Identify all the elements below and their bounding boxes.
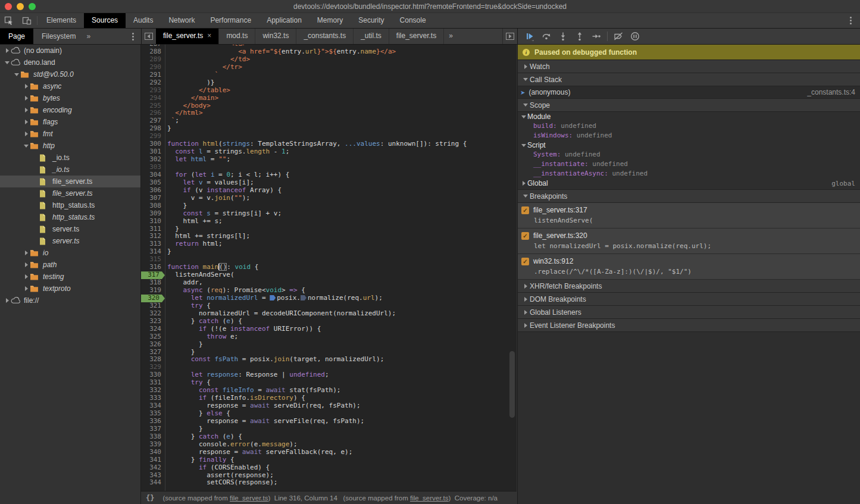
breakpoint-line-number[interactable]: 320 (141, 295, 165, 302)
chevron-down-icon[interactable] (23, 145, 30, 148)
step-into-icon[interactable] (555, 29, 571, 43)
chevron-right-icon[interactable] (4, 48, 11, 53)
tree-item[interactable]: textproto (0, 283, 140, 295)
tab-network[interactable]: Network (161, 13, 202, 28)
breakpoint-entry[interactable]: ✓file_server.ts:317listenAndServe( (518, 203, 860, 228)
navigator-tab-page[interactable]: Page (0, 29, 33, 44)
editor-tab[interactable]: _util.ts (354, 29, 389, 44)
tab-console[interactable]: Console (392, 13, 434, 28)
chevron-down-icon[interactable] (4, 61, 11, 64)
tree-item[interactable]: fmt (0, 128, 140, 140)
chevron-right-icon[interactable] (23, 251, 30, 255)
section-call-stack[interactable]: Call Stack (518, 73, 860, 86)
tree-item[interactable]: encoding (0, 104, 140, 116)
code-line[interactable]: 296 </html> (141, 109, 517, 117)
section-scope[interactable]: Scope (518, 99, 860, 112)
frame-location-link[interactable]: _constants.ts:4 (807, 88, 855, 96)
tree-item[interactable]: server.ts (0, 235, 140, 247)
resume-icon[interactable] (521, 29, 538, 43)
tree-item[interactable]: async (0, 80, 140, 92)
inspect-element-icon[interactable] (0, 13, 18, 28)
line-number[interactable]: 339 (141, 441, 165, 449)
tree-item[interactable]: _io.ts (0, 164, 140, 176)
tree-item[interactable]: file_server.ts (0, 187, 140, 199)
line-number[interactable]: 326 (141, 341, 165, 349)
breakpoint-entry[interactable]: ✓file_server.ts:320let normalizedUrl = p… (518, 228, 860, 254)
line-number[interactable]: 340 (141, 449, 165, 456)
code-line[interactable]: 310 html += s; (141, 218, 517, 226)
editor-tab[interactable]: _constants.ts (296, 29, 354, 44)
line-number[interactable]: 293 (141, 87, 165, 95)
code-editor[interactable]: 287 <td>288 <a href="${entry.url}">${ent… (141, 45, 517, 491)
line-number[interactable]: 304 (141, 171, 165, 179)
line-number[interactable]: 294 (141, 95, 165, 102)
line-number[interactable]: 288 (141, 48, 165, 56)
line-number[interactable]: 324 (141, 325, 165, 333)
editor-tab[interactable]: file_server.ts× (156, 29, 219, 44)
pause-on-exceptions-icon[interactable] (627, 29, 643, 43)
code-line[interactable]: 298} (141, 125, 517, 133)
tab-performance[interactable]: Performance (202, 13, 259, 28)
tree-item[interactable]: path (0, 259, 140, 271)
navigator-overflow-chevron[interactable]: » (84, 29, 93, 44)
step-out-icon[interactable] (571, 29, 588, 43)
line-number[interactable]: 309 (141, 210, 165, 218)
tree-item[interactable]: testing (0, 271, 140, 283)
tree-item[interactable]: http_status.ts (0, 199, 140, 211)
tab-audits[interactable]: Audits (126, 13, 161, 28)
code-line[interactable]: 307 v = v.join(""); (141, 195, 517, 202)
tab-elements[interactable]: Elements (39, 13, 84, 28)
tree-item[interactable]: file:// (0, 295, 140, 306)
chevron-right-icon[interactable] (23, 286, 30, 291)
navigator-menu-kebab-icon[interactable] (126, 29, 139, 44)
device-toolbar-icon[interactable] (18, 13, 36, 28)
tree-item[interactable]: deno.land (0, 57, 140, 68)
editor-tab[interactable]: win32.ts (255, 29, 296, 44)
line-number[interactable]: 292 (141, 79, 165, 87)
line-number[interactable]: 319 (141, 287, 165, 295)
tree-item[interactable]: http (0, 140, 140, 152)
line-number[interactable]: 322 (141, 310, 165, 318)
line-number[interactable]: 307 (141, 195, 165, 202)
line-number[interactable]: 344 (141, 479, 165, 487)
scope-property[interactable]: __instantiate: undefined (518, 159, 860, 169)
inline-breakpoint-marker[interactable] (301, 295, 307, 300)
editor-tab[interactable]: file_server.ts (389, 29, 444, 44)
tree-item[interactable]: std@v0.50.0 (0, 68, 140, 80)
code-line[interactable]: 302 let html = ""; (141, 156, 517, 164)
call-stack-frame[interactable]: ➤(anonymous)_constants.ts:4 (518, 86, 860, 99)
line-number[interactable]: 316 (141, 264, 165, 271)
breakpoint-checkbox[interactable]: ✓ (521, 258, 529, 265)
tree-item[interactable]: http_status.ts (0, 211, 140, 223)
line-number[interactable]: 341 (141, 456, 165, 464)
line-number[interactable]: 338 (141, 433, 165, 441)
line-number[interactable]: 337 (141, 425, 165, 433)
code-line[interactable]: 313 return html; (141, 240, 517, 248)
hide-navigator-icon[interactable] (142, 29, 156, 44)
tab-sources[interactable]: Sources (84, 13, 126, 28)
line-number[interactable]: 321 (141, 302, 165, 310)
line-number[interactable]: 289 (141, 56, 165, 64)
section-global-listeners[interactable]: Global Listeners (518, 306, 860, 319)
breakpoint-checkbox[interactable]: ✓ (521, 206, 529, 214)
line-number[interactable]: 291 (141, 71, 165, 79)
code-line[interactable]: 344 setCORS(response); (141, 479, 517, 487)
chevron-right-icon[interactable] (23, 274, 30, 279)
line-number[interactable]: 342 (141, 464, 165, 472)
breakpoint-checkbox[interactable]: ✓ (521, 232, 529, 240)
code-line[interactable]: 297 `; (141, 117, 517, 125)
chevron-right-icon[interactable] (4, 298, 11, 303)
line-number[interactable]: 325 (141, 333, 165, 341)
tree-item[interactable]: flags (0, 116, 140, 128)
tree-item[interactable]: (no domain) (0, 45, 140, 57)
tree-item[interactable]: io (0, 247, 140, 259)
editor-tabs-overflow-chevron[interactable]: » (444, 29, 458, 44)
line-number[interactable]: 310 (141, 218, 165, 226)
chevron-right-icon[interactable] (23, 108, 30, 112)
tree-item[interactable]: server.ts (0, 223, 140, 235)
line-number[interactable]: 306 (141, 187, 165, 195)
tab-security[interactable]: Security (351, 13, 392, 28)
deactivate-breakpoints-icon[interactable] (610, 29, 627, 43)
scope-group-global[interactable]: Globalglobal (518, 179, 860, 188)
tree-item[interactable]: bytes (0, 92, 140, 104)
